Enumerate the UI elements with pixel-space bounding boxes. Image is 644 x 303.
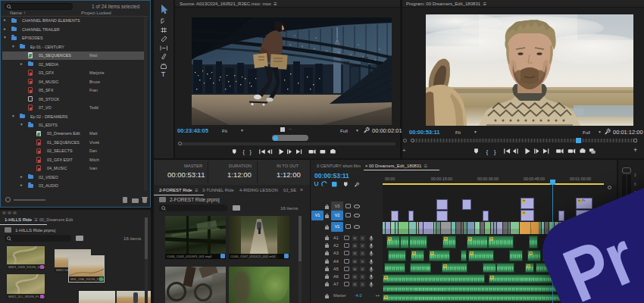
svg-text:}: }	[250, 149, 252, 155]
svg-text:}: }	[494, 149, 496, 155]
svg-text:{: {	[243, 149, 245, 155]
svg-text:T: T	[161, 70, 166, 78]
svg-text:{: {	[486, 149, 489, 155]
